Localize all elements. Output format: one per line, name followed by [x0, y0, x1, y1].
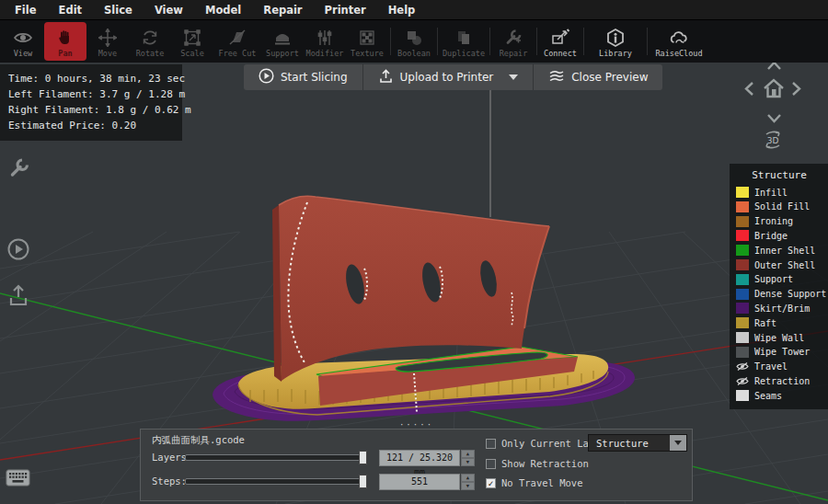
infill-color-swatch	[736, 187, 749, 198]
nav-down-button[interactable]	[766, 110, 782, 128]
stat-time: Time: 0 hours, 38 min, 23 sec	[8, 71, 175, 86]
solid-fill-color-swatch	[736, 201, 749, 212]
steps-spin-down-icon[interactable]: ▼	[461, 482, 475, 490]
panel-drag-handle[interactable]: ·····	[399, 420, 433, 430]
seams-color-swatch	[736, 390, 749, 401]
export-upload-button[interactable]	[7, 283, 29, 311]
bridge-color-swatch	[736, 230, 749, 241]
steps-value-input[interactable]: 551	[379, 474, 460, 490]
view-mode-dropdown[interactable]: Structure	[588, 434, 687, 452]
menu-file[interactable]: File	[4, 0, 48, 20]
steps-slider[interactable]	[185, 478, 367, 485]
checkbox-box[interactable]: ✓	[486, 459, 496, 469]
layers-slider[interactable]	[185, 454, 367, 461]
toolbar-library-button[interactable]: Library	[586, 20, 645, 63]
upload-to-printer-button[interactable]: Upload to Printer	[362, 64, 534, 90]
connect-icon	[550, 28, 570, 48]
layers-slider-thumb[interactable]	[359, 451, 367, 464]
menu-help[interactable]: Help	[377, 0, 427, 20]
toolbar-separator	[647, 28, 648, 55]
play-circle-icon	[259, 68, 274, 86]
toolbar-support-button[interactable]: Support	[261, 20, 304, 63]
settings-wrench-button[interactable]	[7, 156, 31, 184]
travel-visibility-eye-off-icon[interactable]	[736, 361, 749, 372]
upload-tray-icon	[7, 283, 29, 307]
toolbar-connect-button[interactable]: Connect	[539, 20, 581, 63]
nav-right-button[interactable]	[791, 81, 802, 100]
rotate-3d-icon: 3D	[759, 128, 787, 152]
toolbar-raisecloud-button[interactable]: RaiseCloud	[650, 20, 708, 63]
no-travel-move-checkbox[interactable]: ✓ No Travel Move	[486, 477, 583, 488]
support-icon	[272, 28, 293, 48]
move-arrows-icon	[98, 28, 118, 48]
layers-spin-down-icon[interactable]: ▼	[461, 458, 475, 466]
menu-view[interactable]: View	[144, 0, 194, 20]
texture-checker-icon	[357, 28, 377, 48]
checkbox-box[interactable]: ✓	[486, 478, 496, 488]
rotate-3d-button[interactable]: 3D	[758, 128, 788, 155]
steps-spinner[interactable]: ▲ ▼	[461, 474, 475, 490]
layers-spinner[interactable]: ▲ ▼	[461, 450, 475, 466]
toolbar-scale-button[interactable]: Scale	[171, 20, 213, 63]
toolbar-view-button[interactable]: View	[2, 20, 44, 63]
steps-slider-thumb[interactable]	[359, 475, 367, 488]
eye-icon	[13, 28, 33, 48]
nav-left-button[interactable]	[743, 81, 754, 100]
modifier-sliders-icon	[315, 28, 335, 48]
show-retraction-checkbox[interactable]: ✓ Show Retraction	[486, 458, 589, 469]
toolbar-separator	[437, 28, 438, 55]
checkbox-box[interactable]: ✓	[486, 439, 496, 449]
tool-bar: View Pan Move Rotate Scale Free Cut Su	[0, 20, 828, 63]
legend-item-bridge: Bridge	[736, 229, 822, 242]
inner-shell-color-swatch	[736, 245, 749, 256]
layers-spin-up-icon[interactable]: ▲	[461, 450, 475, 458]
menu-model[interactable]: Model	[194, 0, 252, 20]
layers-value-input[interactable]: 121 / 25.320 mm	[379, 450, 460, 466]
raft-color-swatch	[736, 317, 749, 328]
steps-spin-up-icon[interactable]: ▲	[461, 474, 475, 482]
toolbar-freecut-button[interactable]: Free Cut	[213, 20, 261, 63]
start-slicing-button[interactable]: Start Slicing	[244, 64, 362, 90]
library-hexagon-icon	[605, 28, 626, 48]
legend-item-support: Support	[736, 273, 822, 286]
legend-item-wipe-wall: Wipe Wall	[736, 331, 822, 344]
close-preview-button[interactable]: Close Preview	[533, 64, 662, 90]
toolbar-texture-button[interactable]: Texture	[346, 20, 388, 63]
free-cut-icon	[227, 28, 247, 48]
toolbar-boolean-button[interactable]: Boolean	[393, 20, 435, 63]
retraction-visibility-eye-off-icon[interactable]	[736, 376, 749, 386]
upload-icon	[378, 68, 394, 86]
menu-slice[interactable]: Slice	[93, 0, 144, 20]
wrench-repair-icon	[503, 28, 523, 48]
layer-preview-panel: ····· 内弧曲面制具.gcode Layers: 121 / 25.320 …	[140, 429, 693, 501]
toolbar-repair-button[interactable]: Repair	[492, 20, 535, 63]
menu-edit[interactable]: Edit	[48, 0, 94, 20]
toolbar-duplicate-button[interactable]: Duplicate	[440, 20, 488, 63]
nav-home-button[interactable]	[761, 75, 787, 105]
stat-right-filament: Right Filament: 1.8 g / 0.62 m	[8, 102, 175, 118]
wrench-icon	[7, 156, 31, 180]
dropdown-arrow-button[interactable]	[670, 435, 686, 451]
upload-dropdown-caret-icon[interactable]	[509, 74, 518, 80]
legend-item-travel[interactable]: Travel	[736, 361, 822, 373]
play-preview-button[interactable]	[6, 237, 30, 265]
toolbar-move-button[interactable]: Move	[86, 20, 129, 63]
boolean-shapes-icon	[404, 28, 424, 48]
chevron-down-icon	[766, 113, 782, 124]
legend-title: Structure	[736, 169, 822, 181]
menu-repair[interactable]: Repair	[252, 0, 313, 20]
legend-item-outer-shell: Outer Shell	[736, 258, 822, 271]
menu-printer[interactable]: Printer	[314, 0, 377, 20]
keyboard-shortcuts-button[interactable]	[6, 469, 30, 490]
legend-item-retraction[interactable]: Retraction	[736, 374, 822, 387]
support-color-swatch	[736, 274, 749, 285]
legend-item-seams: Seams	[736, 389, 822, 402]
keyboard-icon	[6, 469, 30, 487]
toolbar-rotate-button[interactable]: Rotate	[129, 20, 171, 63]
preview-action-bar: Start Slicing Upload to Printer Close Pr…	[244, 64, 662, 90]
legend-item-skirt-brim: Skirt/Brim	[736, 302, 822, 315]
toolbar-pan-button[interactable]: Pan	[44, 22, 86, 61]
toolbar-separator	[390, 28, 391, 55]
duplicate-pages-icon	[454, 28, 474, 48]
toolbar-modifier-button[interactable]: Modifier	[304, 20, 346, 63]
